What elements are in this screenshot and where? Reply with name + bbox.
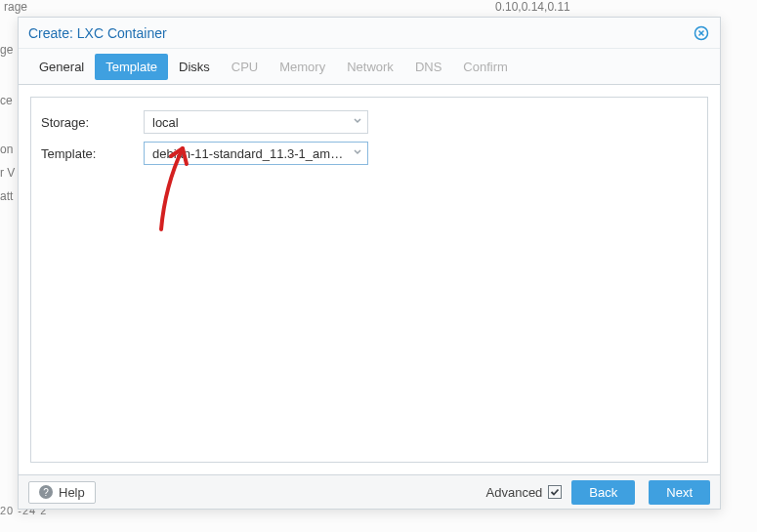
modal-header: Create: LXC Container — [19, 18, 720, 49]
label-storage: Storage: — [41, 115, 144, 130]
chevron-down-icon — [352, 146, 363, 161]
tab-dns: DNS — [404, 54, 452, 80]
help-icon: ? — [39, 485, 53, 499]
template-select[interactable]: debian-11-standard_11.3-1_amd64 — [144, 142, 368, 165]
bg-side-on: on — [0, 143, 13, 156]
storage-select-value: local — [152, 115, 179, 130]
bg-side-ce: ce — [0, 94, 13, 107]
advanced-toggle[interactable]: Advanced — [486, 485, 563, 500]
close-icon[interactable] — [693, 24, 710, 42]
advanced-checkbox[interactable] — [548, 485, 562, 499]
tab-template[interactable]: Template — [95, 54, 168, 80]
back-button[interactable]: Back — [571, 480, 635, 505]
next-button[interactable]: Next — [649, 480, 710, 505]
help-label: Help — [59, 485, 85, 500]
wizard-tabstrip: General Template Disks CPU Memory Networ… — [19, 49, 720, 84]
tab-general[interactable]: General — [28, 54, 95, 80]
modal-footer: ? Help Advanced Back Next — [19, 475, 720, 509]
create-lxc-modal: Create: LXC Container General Template D… — [18, 17, 721, 510]
tab-confirm: Confirm — [452, 54, 519, 80]
label-template: Template: — [41, 146, 144, 161]
tab-network: Network — [336, 54, 404, 80]
bg-label-rage: rage — [4, 0, 27, 14]
bg-side-ge: ge — [0, 43, 13, 57]
advanced-label: Advanced — [486, 485, 543, 500]
chevron-down-icon — [352, 115, 363, 130]
tab-cpu: CPU — [221, 54, 269, 80]
help-button[interactable]: ? Help — [28, 481, 96, 504]
row-storage: Storage: local — [41, 107, 697, 137]
tab-disks[interactable]: Disks — [168, 54, 221, 80]
bg-loadavg: 0.10,0.14,0.11 — [495, 0, 570, 14]
bg-side-att: att — [0, 189, 13, 203]
template-select-value: debian-11-standard_11.3-1_amd64 — [152, 146, 346, 161]
tab-memory: Memory — [269, 54, 336, 80]
modal-body: Storage: local Template: debian-11-stand… — [19, 84, 720, 475]
bg-side-rv: r V — [0, 166, 15, 180]
storage-select[interactable]: local — [144, 110, 368, 134]
row-template: Template: debian-11-standard_11.3-1_amd6… — [41, 139, 697, 168]
modal-title: Create: LXC Container — [28, 25, 167, 41]
